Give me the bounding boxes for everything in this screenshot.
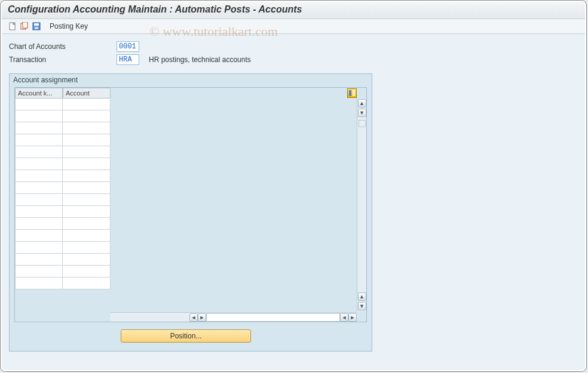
cell-account-key[interactable] [15,266,63,278]
column-header-account[interactable]: Account [63,88,111,98]
chart-of-accounts-value: 0001 [117,41,139,52]
cell-account-key[interactable] [15,122,63,134]
cell-account-key[interactable] [15,206,63,218]
scroll-thumb[interactable] [359,120,366,127]
cell-account-key[interactable] [15,254,63,266]
save-icon[interactable] [32,21,41,31]
copy-doc-icon[interactable] [20,21,29,31]
hscroll-left2-icon[interactable]: ◄ [340,313,348,322]
hscroll-track[interactable] [206,313,340,322]
vertical-scrollbar[interactable]: ▲ ▼ ▲ ▼ [357,98,366,311]
cell-account[interactable] [63,278,111,289]
svg-rect-4 [34,23,39,26]
cell-account[interactable] [63,194,111,206]
cell-account-key[interactable] [15,98,63,110]
cell-account-key[interactable] [15,242,63,254]
account-assignment-panel: Account assignment Account k... Account … [9,73,372,352]
toolbar: Posting Key [2,19,585,34]
table-config-icon[interactable] [347,88,357,98]
table-row[interactable] [15,194,111,206]
table-row[interactable] [15,254,111,266]
table-row[interactable] [15,266,111,278]
cell-account-key[interactable] [15,158,63,170]
horizontal-scrollbar[interactable]: ◄ ► ◄ ► [111,312,357,322]
cell-account[interactable] [63,170,111,182]
account-table: Account k... Account [15,88,111,322]
chart-of-accounts-label: Chart of Accounts [9,42,117,51]
table-row[interactable] [15,170,111,182]
cell-account[interactable] [63,146,111,158]
cell-account-key[interactable] [15,278,63,289]
table-frame: Account k... Account ▲ ▼ ▲ ▼ [14,87,367,322]
cell-account[interactable] [63,158,111,170]
cell-account[interactable] [63,266,111,278]
hscroll-right-icon[interactable]: ► [198,313,206,322]
cell-account-key[interactable] [15,194,63,206]
cell-account[interactable] [63,206,111,218]
table-row[interactable] [15,146,111,158]
table-row[interactable] [15,206,111,218]
transaction-label: Transaction [9,56,117,64]
scroll-down-icon[interactable]: ▼ [358,109,366,117]
cell-account-key[interactable] [15,170,63,182]
cell-account-key[interactable] [15,110,63,122]
scroll-up2-icon[interactable]: ▲ [358,292,366,301]
transaction-desc: HR postings, technical accounts [149,56,251,64]
scroll-up-icon[interactable]: ▲ [358,99,366,107]
svg-rect-5 [35,27,38,29]
cell-account[interactable] [63,254,111,266]
cell-account-key[interactable] [15,230,63,242]
table-row[interactable] [15,158,111,170]
table-row[interactable] [15,110,111,122]
panel-title: Account assignment [10,74,372,87]
hscroll-right2-icon[interactable]: ► [348,313,357,322]
cell-account[interactable] [63,242,111,254]
table-body [15,98,111,289]
scroll-down2-icon[interactable]: ▼ [358,302,366,310]
cell-account[interactable] [63,110,111,122]
cell-account[interactable] [63,98,111,110]
table-row[interactable] [15,182,111,194]
posting-key-link[interactable]: Posting Key [50,22,88,30]
cell-account-key[interactable] [15,146,63,158]
cell-account-key[interactable] [15,134,63,146]
table-row[interactable] [15,230,111,242]
table-row[interactable] [15,218,111,230]
cell-account[interactable] [63,122,111,134]
transaction-value: HRA [117,54,139,65]
page-title: Configuration Accounting Maintain : Auto… [2,2,585,19]
hscroll-left-icon[interactable]: ◄ [189,313,198,322]
table-row[interactable] [15,122,111,134]
table-row[interactable] [15,242,111,254]
table-row[interactable] [15,98,111,110]
svg-rect-2 [23,22,27,28]
cell-account[interactable] [63,182,111,194]
new-doc-icon[interactable] [8,21,17,31]
table-row[interactable] [15,134,111,146]
column-header-account-key[interactable]: Account k... [15,88,63,98]
cell-account[interactable] [63,134,111,146]
position-button[interactable]: Position... [121,329,251,343]
cell-account[interactable] [63,218,111,230]
cell-account-key[interactable] [15,218,63,230]
table-row[interactable] [15,278,111,289]
cell-account[interactable] [63,230,111,242]
cell-account-key[interactable] [15,182,63,194]
